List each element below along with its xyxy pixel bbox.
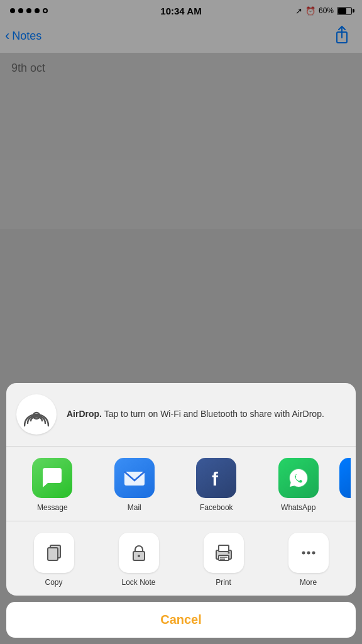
facebook-icon: f: [196, 458, 236, 498]
more-icon-wrap: [288, 533, 329, 573]
message-icon: [32, 458, 72, 498]
svg-point-19: [312, 552, 315, 555]
svg-point-18: [307, 552, 310, 555]
whatsapp-icon: [278, 458, 319, 498]
airdrop-icon: [24, 402, 49, 427]
copy-icon-wrap: [34, 533, 74, 573]
airdrop-icon-wrap: [16, 394, 57, 435]
copy-label: Copy: [45, 578, 62, 587]
svg-point-17: [302, 552, 305, 555]
airdrop-title: AirDrop.: [67, 409, 102, 419]
action-copy[interactable]: Copy: [11, 533, 96, 587]
print-icon: [214, 543, 234, 563]
app-item-mail[interactable]: Mail: [94, 458, 176, 512]
svg-text:f: f: [212, 469, 219, 489]
lock-note-label: Lock Note: [121, 578, 155, 587]
svg-point-16: [228, 552, 229, 554]
cancel-label: Cancel: [160, 613, 202, 626]
print-icon-wrap: [204, 533, 244, 573]
svg-rect-13: [219, 555, 229, 560]
share-card: AirDrop. Tap to turn on Wi-Fi and Blueto…: [6, 383, 356, 596]
cancel-button[interactable]: Cancel: [6, 602, 356, 638]
app-item-message[interactable]: Message: [11, 458, 94, 512]
app-item-whatsapp[interactable]: WhatsApp: [258, 458, 340, 512]
airdrop-desc: Tap to turn on Wi-Fi and Bluetooth to sh…: [102, 409, 324, 419]
action-lock-note[interactable]: Lock Note: [96, 533, 181, 587]
app-icons-row: Message Mail f Facebook: [6, 447, 356, 521]
partial-icon: [339, 458, 351, 498]
print-label: Print: [216, 578, 231, 587]
action-print[interactable]: Print: [181, 533, 266, 587]
more-icon: [299, 543, 319, 563]
lock-icon-wrap: [119, 533, 159, 573]
app-item-facebook[interactable]: f Facebook: [175, 458, 258, 512]
airdrop-description: AirDrop. Tap to turn on Wi-Fi and Blueto…: [67, 408, 324, 421]
action-more[interactable]: More: [266, 533, 351, 587]
message-label: Message: [37, 503, 68, 512]
action-icons-row: Copy Lock Note: [6, 521, 356, 596]
whatsapp-label: WhatsApp: [281, 503, 315, 512]
share-sheet: AirDrop. Tap to turn on Wi-Fi and Blueto…: [0, 383, 362, 644]
copy-icon: [44, 543, 64, 563]
app-item-partial: [339, 458, 351, 512]
more-label: More: [300, 578, 317, 587]
svg-rect-12: [219, 545, 229, 552]
mail-icon: [114, 458, 155, 498]
airdrop-row[interactable]: AirDrop. Tap to turn on Wi-Fi and Blueto…: [6, 383, 356, 447]
facebook-label: Facebook: [200, 503, 233, 512]
lock-icon: [129, 543, 149, 563]
svg-rect-8: [48, 548, 58, 560]
svg-point-3: [35, 414, 38, 418]
svg-point-10: [138, 555, 140, 557]
mail-label: Mail: [128, 503, 141, 512]
